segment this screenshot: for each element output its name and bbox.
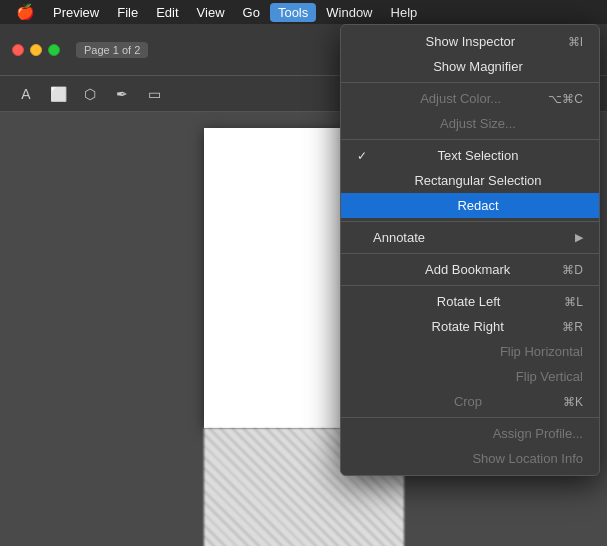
lasso-icon[interactable]: ⬡ [80,84,100,104]
menubar: 🍎 Preview File Edit View Go Tools Window… [0,0,607,24]
menu-item-annotate[interactable]: Annotate ▶ [341,225,599,250]
crop-shortcut: ⌘K [563,395,583,409]
rotate-right-shortcut: ⌘R [562,320,583,334]
menubar-go[interactable]: Go [235,3,268,22]
menu-item-rect-selection[interactable]: Rectangular Selection [341,168,599,193]
separator-6 [341,417,599,418]
menu-item-rotate-right[interactable]: Rotate Right ⌘R [341,314,599,339]
tools-dropdown-menu: Show Inspector ⌘I Show Magnifier Adjust … [340,24,600,476]
menu-item-assign-profile: Assign Profile... [341,421,599,446]
adjust-color-shortcut: ⌥⌘C [548,92,583,106]
separator-2 [341,139,599,140]
menu-item-adjust-color: Adjust Color... ⌥⌘C [341,86,599,111]
menu-item-crop: Crop ⌘K [341,389,599,414]
adjust-color-label: Adjust Color... [420,91,501,106]
markup-icon[interactable]: ✒ [112,84,132,104]
menubar-preview[interactable]: Preview [45,3,107,22]
menu-item-show-magnifier[interactable]: Show Magnifier [341,54,599,79]
show-inspector-shortcut: ⌘I [568,35,583,49]
check-text-selection: ✓ [357,149,373,163]
add-bookmark-shortcut: ⌘D [562,263,583,277]
adjust-size-label: Adjust Size... [440,116,516,131]
add-bookmark-label: Add Bookmark [425,262,510,277]
rotate-left-label: Rotate Left [437,294,501,309]
menu-item-add-bookmark[interactable]: Add Bookmark ⌘D [341,257,599,282]
minimize-button[interactable] [30,44,42,56]
crop-label: Crop [454,394,482,409]
menu-item-text-selection[interactable]: ✓ Text Selection [341,143,599,168]
menubar-edit[interactable]: Edit [148,3,186,22]
show-location-label: Show Location Info [472,451,583,466]
sidebar-icon[interactable]: ▭ [144,84,164,104]
menubar-view[interactable]: View [189,3,233,22]
menubar-file[interactable]: File [109,3,146,22]
menu-item-redact[interactable]: Redact [341,193,599,218]
maximize-button[interactable] [48,44,60,56]
rect-select-icon[interactable]: ⬜ [48,84,68,104]
rotate-right-label: Rotate Right [432,319,504,334]
menu-item-flip-vertical: Flip Vertical [341,364,599,389]
annotate-arrow: ▶ [575,231,583,244]
close-button[interactable] [12,44,24,56]
apple-menu-icon[interactable]: 🍎 [8,1,43,23]
flip-vertical-label: Flip Vertical [516,369,583,384]
separator-1 [341,82,599,83]
menu-item-show-inspector[interactable]: Show Inspector ⌘I [341,29,599,54]
assign-profile-label: Assign Profile... [493,426,583,441]
separator-5 [341,285,599,286]
menu-item-adjust-size: Adjust Size... [341,111,599,136]
rotate-left-shortcut: ⌘L [564,295,583,309]
menu-item-show-location: Show Location Info [341,446,599,471]
page-indicator: Page 1 of 2 [76,42,148,58]
menubar-tools[interactable]: Tools [270,3,316,22]
text-tool-icon[interactable]: A [16,84,36,104]
show-inspector-label: Show Inspector [426,34,516,49]
separator-3 [341,221,599,222]
rect-selection-label: Rectangular Selection [414,173,541,188]
menubar-help[interactable]: Help [383,3,426,22]
text-selection-label: Text Selection [438,148,519,163]
redact-label: Redact [457,198,498,213]
separator-4 [341,253,599,254]
flip-horizontal-label: Flip Horizontal [500,344,583,359]
menubar-window[interactable]: Window [318,3,380,22]
window-controls [12,44,60,56]
annotate-label: Annotate [373,230,425,245]
menu-item-rotate-left[interactable]: Rotate Left ⌘L [341,289,599,314]
menu-item-flip-horizontal: Flip Horizontal [341,339,599,364]
show-magnifier-label: Show Magnifier [433,59,523,74]
